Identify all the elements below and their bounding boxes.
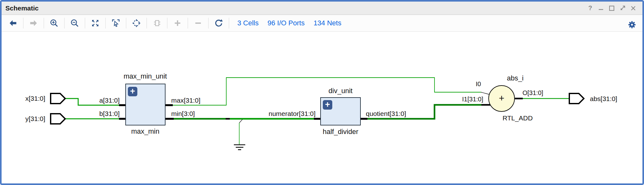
pin-label-b: b[31:0] xyxy=(99,110,120,117)
remove-button[interactable] xyxy=(191,16,205,30)
cell-instance-label: max_min xyxy=(131,127,159,136)
toolbar-separator xyxy=(126,18,126,29)
zoom-in-icon xyxy=(50,19,59,28)
pin-stub-i0[interactable] xyxy=(481,92,489,94)
cell-instance-label: RTL_ADD xyxy=(503,114,533,122)
title-bar: Schematic ? xyxy=(2,2,642,15)
cell-block-half-divider[interactable]: + xyxy=(320,97,361,125)
toolbar-separator xyxy=(44,18,44,29)
toolbar-separator xyxy=(208,18,209,29)
zoom-in-button[interactable] xyxy=(47,16,61,30)
add-button[interactable] xyxy=(171,16,184,30)
maximize-button[interactable] xyxy=(607,4,616,13)
toolbar-separator xyxy=(64,18,65,29)
pin-label-o: O[31:0] xyxy=(522,89,543,96)
toolbar: 3 Cells 96 I/O Ports 134 Nets xyxy=(2,15,642,32)
expand-plus-button[interactable]: + xyxy=(323,100,332,110)
settings-gear-icon xyxy=(627,20,637,29)
bus-tap xyxy=(239,119,242,123)
cell-type-label: max_min_unit xyxy=(124,72,167,80)
zoom-out-icon xyxy=(70,19,79,28)
settings-button[interactable] xyxy=(627,20,637,31)
io-ports-count-link[interactable]: 96 I/O Ports xyxy=(267,19,304,27)
ground-symbol[interactable] xyxy=(234,145,245,150)
toolbar-separator xyxy=(23,18,23,29)
expand-cone-icon xyxy=(153,19,161,28)
window-title: Schematic xyxy=(2,4,39,12)
toolbar-separator xyxy=(167,18,167,29)
zoom-selection-icon xyxy=(111,19,120,28)
toolbar-separator xyxy=(147,18,147,29)
expand-plus-button[interactable]: + xyxy=(128,87,137,96)
cell-type-label: div_unit xyxy=(328,87,353,95)
autofit-selection-icon xyxy=(132,19,141,28)
input-port-x-shape[interactable] xyxy=(51,93,65,104)
zoom-out-button[interactable] xyxy=(68,16,82,30)
input-port-label-x: x[31:0] xyxy=(25,95,45,102)
cells-count-link[interactable]: 3 Cells xyxy=(237,19,259,27)
pin-label-quotient: quotient[31:0] xyxy=(366,110,406,117)
close-icon xyxy=(630,5,637,12)
toolbar-separator xyxy=(105,18,106,29)
zoom-fit-icon xyxy=(91,19,100,28)
cell-instance-label: half_divider xyxy=(323,128,359,136)
minimize-button[interactable] xyxy=(596,4,606,13)
back-icon xyxy=(9,19,17,28)
cell-type-label: abs_i xyxy=(507,74,524,82)
minimize-icon xyxy=(597,5,604,12)
autofit-selection-button[interactable] xyxy=(129,16,143,30)
toolbar-separator xyxy=(85,18,85,29)
zoom-selection-button[interactable] xyxy=(109,16,123,30)
add-icon xyxy=(173,19,182,28)
pin-label-min: min[3:0] xyxy=(171,110,195,117)
output-port-abs-shape[interactable] xyxy=(569,93,584,104)
help-button[interactable]: ? xyxy=(585,4,595,13)
input-port-label-y: y[31:0] xyxy=(25,115,45,122)
toolbar-separator xyxy=(229,18,229,29)
pin-label-a: a[31:0] xyxy=(99,97,120,104)
zoom-fit-button[interactable] xyxy=(88,16,102,30)
pin-label-i1: I1[31:0] xyxy=(462,96,483,103)
pin-label-max: max[31:0] xyxy=(171,97,200,104)
rtl-add-operator: + xyxy=(496,93,507,104)
close-button[interactable] xyxy=(628,4,638,13)
float-window-icon xyxy=(619,5,626,12)
refresh-button[interactable] xyxy=(212,16,226,30)
cell-block-max-min[interactable]: + xyxy=(125,84,166,125)
pin-label-numerator: numerator[31:0] xyxy=(269,110,316,117)
pin-label-i0: I0 xyxy=(476,80,481,87)
remove-icon xyxy=(194,19,203,28)
forward-button[interactable] xyxy=(27,16,41,30)
input-port-y-shape[interactable] xyxy=(51,114,65,124)
back-button[interactable] xyxy=(6,16,20,30)
refresh-icon xyxy=(214,19,223,28)
float-button[interactable] xyxy=(618,4,627,13)
output-port-label-abs: abs[31:0] xyxy=(590,95,617,102)
nets-count-link[interactable]: 134 Nets xyxy=(314,19,341,27)
maximize-icon xyxy=(608,5,615,12)
expand-cone-button[interactable] xyxy=(150,16,164,30)
schematic-window: + + + max_min_unit max_min div_unit half… xyxy=(0,0,644,185)
forward-icon xyxy=(29,19,38,28)
toolbar-separator xyxy=(188,18,188,29)
